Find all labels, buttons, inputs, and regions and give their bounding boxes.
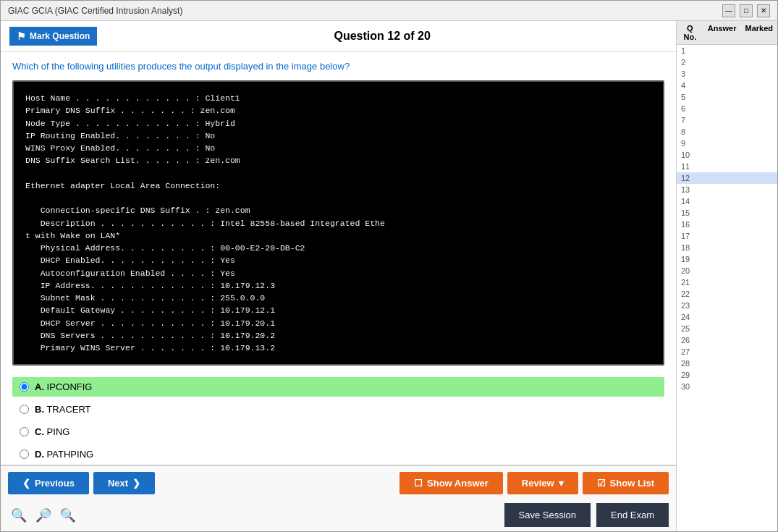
q-number: 26 [681, 336, 703, 345]
option-d-label: D. PATHPING [35, 449, 93, 460]
question-list-item[interactable]: 29 [677, 369, 777, 381]
mark-question-button[interactable]: ⚑ Mark Question [9, 27, 97, 46]
question-list-item[interactable]: 30 [677, 381, 777, 392]
review-label: Review [522, 478, 554, 489]
zoom-in-button[interactable]: 🔍 [8, 506, 30, 525]
terminal-line [25, 192, 651, 204]
review-button[interactable]: Review ▾ [507, 472, 578, 494]
question-list-item[interactable]: 26 [677, 334, 777, 346]
q-number: 4 [681, 81, 703, 90]
q-number: 5 [681, 93, 703, 101]
show-answer-button[interactable]: ☐ Show Answer [399, 472, 503, 494]
close-button[interactable]: ✕ [757, 4, 770, 17]
minimize-button[interactable]: — [722, 4, 735, 17]
option-c[interactable]: C. PING [12, 422, 664, 442]
col-qno: Q No. [677, 21, 703, 44]
question-list-item[interactable]: 23 [677, 300, 777, 311]
question-list-item[interactable]: 25 [677, 323, 777, 334]
question-list-item[interactable]: 28 [677, 358, 777, 369]
option-b-label: B. TRACERT [35, 404, 91, 415]
question-list-item[interactable]: 22 [677, 288, 777, 300]
previous-label: Previous [35, 478, 75, 489]
option-c-radio[interactable] [20, 427, 29, 436]
question-list-item[interactable]: 3 [677, 68, 777, 80]
top-bar: ⚑ Mark Question Question 12 of 20 [1, 21, 676, 52]
q-number: 7 [681, 116, 703, 124]
question-list-item[interactable]: 19 [677, 253, 777, 265]
answer-options: A. IPCONFIG B. TRACERT C. PING D. PATHPI… [12, 377, 664, 464]
question-list-item[interactable]: 9 [677, 138, 777, 149]
q-number: 13 [681, 185, 703, 194]
option-d[interactable]: D. PATHPING [12, 444, 664, 464]
question-list-item[interactable]: 15 [677, 207, 777, 219]
q-number: 27 [681, 347, 703, 356]
terminal-line: Physical Address. . . . . . . . . : 00-0… [25, 242, 651, 254]
question-list-item[interactable]: 8 [677, 126, 777, 138]
question-list-item[interactable]: 20 [677, 265, 777, 276]
main-window: GIAC GCIA (GIAC Certified Intrusion Anal… [0, 0, 778, 532]
option-a[interactable]: A. IPCONFIG [12, 377, 664, 397]
q-number: 19 [681, 255, 703, 263]
show-list-label: Show List [610, 478, 654, 489]
bottom-section: ❮ Previous Next ❯ ☐ Show Answer Review ▾ [1, 465, 676, 531]
show-list-checkbox-icon: ☑ [597, 478, 606, 489]
question-list-item[interactable]: 24 [677, 311, 777, 323]
main-content: ⚑ Mark Question Question 12 of 20 Which … [1, 21, 777, 531]
save-session-button[interactable]: Save Session [504, 503, 591, 527]
zoom-reset-button[interactable]: 🔎 [33, 506, 54, 525]
terminal-line: Description . . . . . . . . . . . : Inte… [25, 217, 651, 229]
show-list-button[interactable]: ☑ Show List [583, 472, 669, 494]
terminal-line: IP Address. . . . . . . . . . . . : 10.1… [25, 279, 651, 292]
option-a-radio[interactable] [20, 382, 29, 392]
q-number: 24 [681, 313, 703, 321]
question-list-item[interactable]: 17 [677, 230, 777, 242]
show-answer-checkbox-icon: ☐ [414, 478, 423, 489]
q-number: 29 [681, 371, 703, 379]
terminal-line: Primary DNS Suffix . . . . . . . : zen.c… [25, 104, 651, 117]
window-title: GIAC GCIA (GIAC Certified Intrusion Anal… [8, 6, 182, 16]
next-button[interactable]: Next ❯ [93, 472, 155, 494]
question-list-item[interactable]: 5 [677, 91, 777, 103]
next-label: Next [108, 478, 128, 489]
q-number: 14 [681, 197, 703, 206]
option-b[interactable]: B. TRACERT [12, 400, 664, 419]
option-d-radio[interactable] [20, 449, 29, 459]
terminal-line: DNS Suffix Search List. . . . . . : zen.… [25, 154, 651, 166]
question-list-item[interactable]: 2 [677, 56, 777, 68]
show-answer-label: Show Answer [427, 478, 489, 489]
col-answer: Answer [703, 21, 741, 44]
question-area: Which of the following utilities produce… [1, 52, 676, 465]
zoom-out-button[interactable]: 🔎 [57, 506, 79, 525]
question-list-item[interactable]: 12 [677, 172, 777, 184]
terminal-line: t with Wake on LAN* [25, 229, 651, 242]
question-list-item[interactable]: 10 [677, 149, 777, 161]
question-list-item[interactable]: 1 [677, 45, 777, 56]
question-list-item[interactable]: 13 [677, 184, 777, 195]
question-list-item[interactable]: 18 [677, 242, 777, 253]
title-bar: GIAC GCIA (GIAC Certified Intrusion Anal… [1, 1, 777, 21]
q-number: 8 [681, 127, 703, 136]
terminal-output: Host Name . . . . . . . . . . . . : Clie… [12, 80, 664, 366]
next-arrow-icon: ❯ [132, 478, 140, 489]
terminal-line [25, 167, 651, 180]
question-list-item[interactable]: 7 [677, 114, 777, 126]
question-list: 1 2 3 4 5 6 7 8 [677, 45, 777, 531]
q-number: 20 [681, 266, 703, 275]
session-end-controls: Save Session End Exam [504, 503, 669, 527]
q-number: 16 [681, 220, 703, 229]
question-list-item[interactable]: 6 [677, 103, 777, 114]
previous-button[interactable]: ❮ Previous [8, 472, 89, 494]
question-list-item[interactable]: 14 [677, 195, 777, 207]
q-number: 3 [681, 69, 703, 78]
question-list-item[interactable]: 21 [677, 276, 777, 288]
left-panel: ⚑ Mark Question Question 12 of 20 Which … [1, 21, 676, 531]
question-list-item[interactable]: 27 [677, 346, 777, 358]
question-list-item[interactable]: 11 [677, 161, 777, 172]
terminal-line: Primary WINS Server . . . . . . . : 10.1… [25, 342, 651, 354]
option-b-radio[interactable] [20, 405, 29, 414]
question-list-item[interactable]: 16 [677, 219, 777, 230]
question-list-item[interactable]: 4 [677, 80, 777, 91]
end-exam-button[interactable]: End Exam [596, 503, 669, 527]
maximize-button[interactable]: □ [740, 4, 753, 17]
q-number: 2 [681, 58, 703, 67]
